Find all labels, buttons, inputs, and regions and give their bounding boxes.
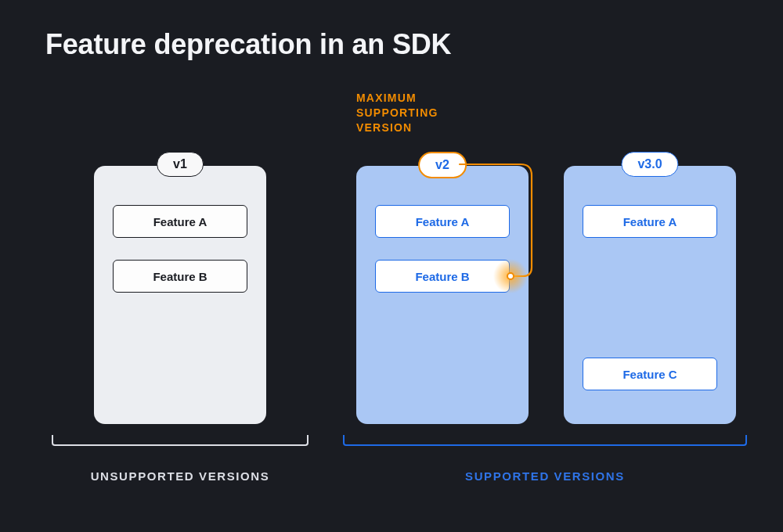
max-supporting-version-annotation: MAXIMUM SUPPORTING VERSION	[356, 91, 438, 135]
version-pill-v3: v3.0	[621, 152, 678, 177]
feature-block-v2-b: Feature B	[375, 260, 510, 293]
annotation-line-2: SUPPORTING	[356, 106, 438, 119]
feature-block-v3-a: Feature A	[583, 205, 717, 238]
feature-block-v1-b: Feature B	[113, 260, 247, 293]
version-card-v2: v2 Feature A Feature B	[356, 166, 529, 424]
feature-block-v3-c: Feature C	[583, 358, 717, 390]
feature-block-v1-a: Feature A	[113, 205, 247, 238]
bracket-unsupported	[52, 435, 309, 446]
version-pill-v2: v2	[418, 152, 467, 178]
label-supported-versions: SUPPORTED VERSIONS	[343, 469, 747, 483]
label-unsupported-versions: UNSUPPORTED VERSIONS	[52, 469, 309, 483]
diagram-title: Feature deprecation in an SDK	[45, 28, 451, 61]
version-pill-v1: v1	[157, 152, 204, 177]
feature-block-v2-a: Feature A	[375, 205, 510, 238]
version-card-v1: v1 Feature A Feature B	[94, 166, 266, 424]
annotation-line-1: MAXIMUM	[356, 92, 417, 104]
version-card-v3: v3.0 Feature A Feature C	[564, 166, 736, 424]
annotation-line-3: VERSION	[356, 121, 412, 134]
bracket-supported	[343, 435, 747, 446]
